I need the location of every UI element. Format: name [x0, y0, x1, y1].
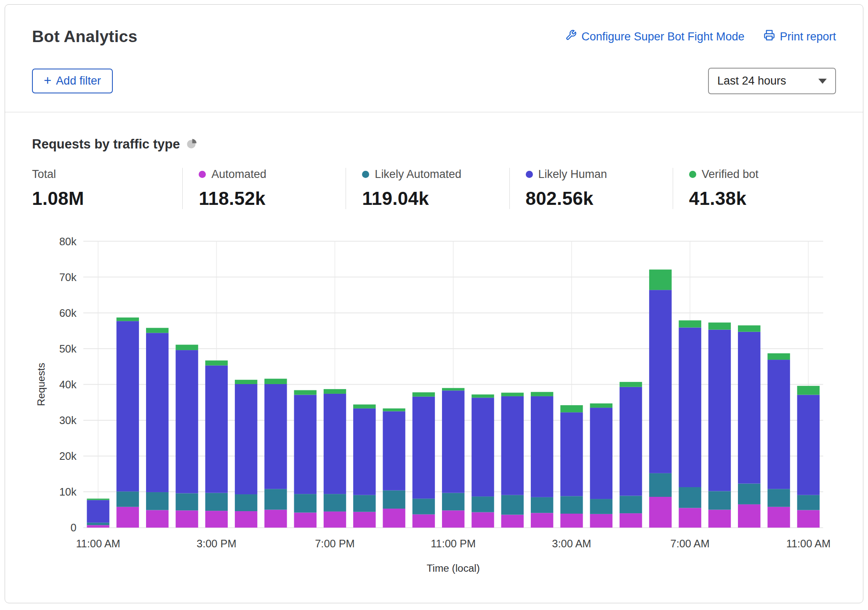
svg-text:10k: 10k [59, 486, 77, 498]
stat-value: 1.08M [32, 188, 175, 209]
add-filter-button[interactable]: + Add filter [32, 69, 113, 93]
section-title-row: Requests by traffic type [5, 137, 863, 152]
add-filter-label: Add filter [56, 74, 101, 88]
card-header: Bot Analytics Configure Super Bot Fight … [5, 5, 863, 46]
svg-text:80k: 80k [59, 236, 77, 247]
configure-link-label: Configure Super Bot Fight Mode [581, 30, 744, 43]
legend-dot-likely-automated [362, 171, 369, 178]
configure-super-bot-fight-mode-link[interactable]: Configure Super Bot Fight Mode [565, 29, 744, 44]
svg-text:11:00 AM: 11:00 AM [76, 538, 120, 549]
legend-dot-likely-human [526, 171, 533, 178]
svg-text:7:00 PM: 7:00 PM [315, 538, 355, 549]
legend-dot-verified-bot [689, 171, 696, 178]
print-report-link[interactable]: Print report [764, 29, 836, 44]
printer-icon [764, 29, 775, 44]
svg-text:7:00 AM: 7:00 AM [671, 538, 710, 549]
stat-label: Likely Human [538, 168, 607, 181]
stat-label: Total [32, 168, 56, 181]
stat-label: Likely Automated [375, 168, 461, 181]
stat-verified-bot[interactable]: Verified bot 41.38k [673, 168, 836, 209]
requests-by-traffic-type-chart: 010k20k30k40k50k60k70k80k11:00 AM3:00 PM… [5, 228, 863, 587]
svg-text:60k: 60k [59, 307, 77, 319]
svg-text:3:00 PM: 3:00 PM [197, 538, 237, 549]
stat-automated[interactable]: Automated 118.52k [182, 168, 346, 209]
stat-likely-automated[interactable]: Likely Automated 119.04k [346, 168, 509, 209]
legend-dot-automated [199, 171, 206, 178]
time-range-value: Last 24 hours [717, 74, 786, 88]
svg-text:20k: 20k [59, 450, 77, 462]
header-divider [5, 112, 863, 112]
stat-label: Automated [211, 168, 266, 181]
svg-text:11:00 PM: 11:00 PM [431, 538, 476, 549]
svg-text:30k: 30k [59, 414, 77, 426]
controls-row: + Add filter Last 24 hours [5, 68, 863, 112]
svg-text:70k: 70k [59, 271, 77, 283]
svg-text:Requests: Requests [35, 363, 47, 406]
page-title: Bot Analytics [32, 27, 137, 46]
stats-row: Total 1.08M Automated 118.52k Likely Aut… [5, 168, 863, 209]
stat-total: Total 1.08M [32, 168, 182, 209]
pie-chart-icon [186, 138, 197, 151]
svg-text:40k: 40k [59, 379, 77, 390]
svg-text:11:00 AM: 11:00 AM [786, 538, 831, 549]
stat-value: 802.56k [526, 188, 665, 209]
print-link-label: Print report [780, 30, 836, 43]
stat-value: 119.04k [362, 188, 501, 209]
wrench-icon [565, 29, 577, 44]
bot-analytics-card: Bot Analytics Configure Super Bot Fight … [5, 4, 863, 603]
svg-text:0: 0 [71, 522, 77, 533]
section-title: Requests by traffic type [32, 137, 180, 152]
time-range-select[interactable]: Last 24 hours [708, 68, 836, 94]
stat-likely-human[interactable]: Likely Human 802.56k [509, 168, 673, 209]
plus-icon: + [44, 74, 51, 87]
svg-text:3:00 AM: 3:00 AM [552, 538, 591, 549]
stat-label: Verified bot [702, 168, 759, 181]
stat-value: 118.52k [199, 188, 338, 209]
svg-text:50k: 50k [59, 343, 77, 355]
header-links: Configure Super Bot Fight Mode Print rep… [565, 29, 836, 44]
chevron-down-icon [818, 79, 827, 84]
svg-text:Time (local): Time (local) [427, 562, 480, 574]
stacked-bar-chart: 010k20k30k40k50k60k70k80k11:00 AM3:00 PM… [32, 228, 836, 577]
stat-value: 41.38k [689, 188, 828, 209]
